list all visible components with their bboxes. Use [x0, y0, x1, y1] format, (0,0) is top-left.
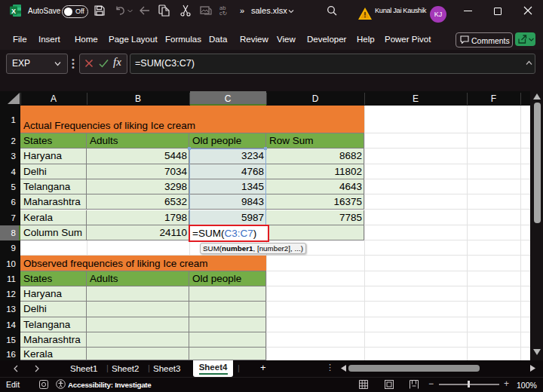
svg-text:X: X: [11, 8, 16, 15]
